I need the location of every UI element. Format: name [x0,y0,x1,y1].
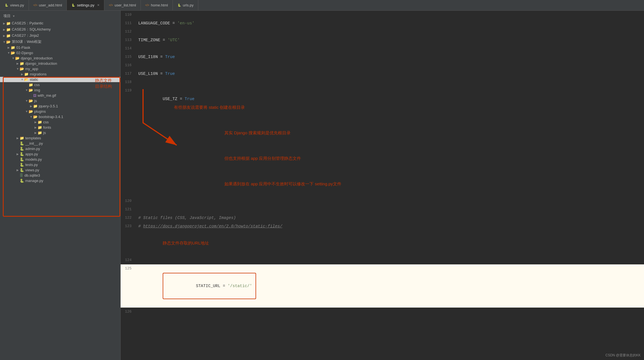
watermark: CSDN @需要休息的KK [605,353,641,358]
folder-icon: 📁 [38,125,42,130]
sidebar-item-label: bootstrap-3.4.1 [39,115,63,119]
tab-urls-py[interactable]: 🐍 urls.py [173,0,198,10]
sidebar-item-django-intro-inner[interactable]: 📁 django_introduction [0,61,120,66]
sidebar-item-label: plugins [34,109,46,114]
sidebar-item-models-py[interactable]: 🐍 models.py [0,157,120,162]
tab-user-list-html[interactable]: </> user_list.html [104,0,141,10]
tab-label: views.py [10,3,24,7]
sidebar-item-tests-py[interactable]: 🐍 tests.py [0,162,120,167]
python-icon: 🐍 [20,152,24,156]
chevron-icon [25,89,29,92]
sidebar-item-label: CASE26：SQLAlchemy [12,27,51,32]
sidebar-item-flask[interactable]: 📁 01-Flask [0,45,120,50]
line-number: 119 [121,86,136,95]
sidebar-item-web[interactable]: 📂 第50课：Web框架 [0,39,120,45]
tab-views-py[interactable]: 🐍 views.py [0,0,29,10]
sidebar-item-admin-py[interactable]: 🐍 admin.py [0,146,120,151]
folder-icon: 📂 [6,40,11,44]
sidebar-item-db-sqlite3[interactable]: 🗄 db.sqlite3 [0,173,120,178]
sidebar-item-img[interactable]: 📂 img [0,87,120,93]
line-number: 113 [121,36,136,44]
tab-settings-py[interactable]: 🐍 settings.py ✕ [67,0,104,10]
python-icon: 🐍 [20,163,24,167]
line-number: 125 [121,264,136,273]
sidebar-item-django[interactable]: 📂 02-Django [0,50,120,56]
sidebar-item-label: my_app [25,67,38,71]
tab-label: user_list.html [114,3,136,7]
line-content: LANGUAGE_CODE = 'en-us' [136,19,644,27]
sidebar-item-label: apps.py [25,152,38,156]
sidebar-item-label: tests.py [25,163,38,167]
sidebar-item-django-intro-root[interactable]: 📂 django_introduction [0,56,120,61]
chevron-icon [25,110,29,113]
folder-icon: 📁 [24,72,29,76]
line-number: 118 [121,78,136,86]
folder-icon: 📂 [29,109,33,114]
chevron-icon [16,62,20,65]
python-icon: 🐍 [20,147,24,151]
sidebar-item-css[interactable]: 📁 css [0,82,120,87]
sidebar-item-bootstrap-js[interactable]: 📁 js [0,130,120,135]
annotation-url-text: 静态文件存取的URL地址 [163,241,209,245]
sidebar-item-jquery[interactable]: 📁 jquery-3.5.1 [0,103,120,109]
chevron-icon [2,34,6,37]
sidebar-item-apps-py[interactable]: 🐍 apps.py [0,151,120,157]
sidebar-item-case26[interactable]: 📁 CASE26：SQLAlchemy [0,26,120,33]
code-annotation-url: 静态文件存取的URL地址 [121,230,644,256]
sidebar-item-bootstrap-css[interactable]: 📁 css [0,119,120,125]
sidebar-item-label: js [43,131,46,135]
code-line-122: 122 # Static files (CSS, JavaScript, Ima… [121,214,644,222]
python-icon: 🐍 [71,3,75,7]
code-line-112: 112 [121,27,644,36]
sidebar-item-case27[interactable]: 📁 CASE27：Jinja2 [0,33,120,39]
line-number: 121 [121,205,136,214]
sidebar-item-case25[interactable]: 📁 CASE25：Pydantic [0,20,120,26]
folder-icon: 📂 [29,88,33,92]
code-line-119: 119 USE_TZ = True 有些朋友说需要将 static 创建在根目录 [121,86,644,120]
line-content: 静态文件存取的URL地址 [136,230,644,256]
sidebar-item-label: __init__.py [25,141,43,146]
code-annotation-3: 如果遇到放在 app 应用中不生效时可以修改一下 setting.py文件 [121,171,644,197]
line-number: 122 [121,214,136,222]
python-icon: 🐍 [20,141,24,146]
folder-icon: 📁 [6,27,11,32]
sidebar-item-bootstrap[interactable]: 📂 bootstrap-3.4.1 [0,114,120,119]
line-content: 如果遇到放在 app 应用中不生效时可以修改一下 setting.py文件 [136,171,644,197]
sidebar-item-label: js [34,99,37,103]
sidebar-item-init-py[interactable]: 🐍 __init__.py [0,141,120,146]
line-number: 112 [121,27,136,36]
code-line-117: 117 USE_L10N = True [121,70,644,78]
sidebar-item-manage-py[interactable]: 🐍 manage.py [0,178,120,183]
sidebar-item-views-py[interactable]: 🐍 views.py [0,167,120,173]
chevron-icon [25,99,29,102]
chevron-icon [2,40,6,43]
db-icon: 🗄 [20,173,23,177]
sidebar-item-plugins[interactable]: 📂 plugins [0,109,120,114]
sidebar-item-label: django_introduction [21,56,52,60]
chevron-icon [7,51,11,54]
line-content: STATIC_URL = '/static/' [136,264,644,308]
sidebar-item-label: CASE27：Jinja2 [12,33,39,38]
folder-icon: 📂 [33,115,38,119]
code-line-125: 125 STATIC_URL = '/static/' [121,264,644,308]
gif-icon: 🖼 [33,94,36,98]
sidebar-item-templates[interactable]: 📁 templates [0,135,120,141]
annotation-text-4: 如果遇到放在 app 应用中不生效时可以修改一下 setting.py文件 [224,181,341,186]
tab-close-button[interactable]: ✕ [97,3,100,7]
sidebar-item-label: css [34,83,40,87]
sidebar-item-static[interactable]: 📂 static [0,77,120,82]
line-number: 120 [121,197,136,205]
sidebar-item-bootstrap-fonts[interactable]: 📁 fonts [0,125,120,130]
folder-icon: 📁 [6,21,11,26]
sidebar-item-label: django_introduction [25,61,57,66]
tab-home-html[interactable]: </> home.html [141,0,173,10]
sidebar-item-js[interactable]: 📂 js [0,98,120,103]
line-number: 116 [121,61,136,70]
sidebar-item-my-app[interactable]: 📂 my_app [0,66,120,71]
tab-user-add-html[interactable]: </> user_add.html [29,0,67,10]
sidebar-item-with-me-gif[interactable]: 🖼 with_me.gif [0,93,120,98]
sidebar-item-label: img [34,88,40,92]
folder-icon: 📁 [11,45,15,50]
sidebar-item-migrations[interactable]: 📁 migrations [0,71,120,77]
line-content: 其实 Django 搜索规则是优先根目录 [136,120,644,146]
